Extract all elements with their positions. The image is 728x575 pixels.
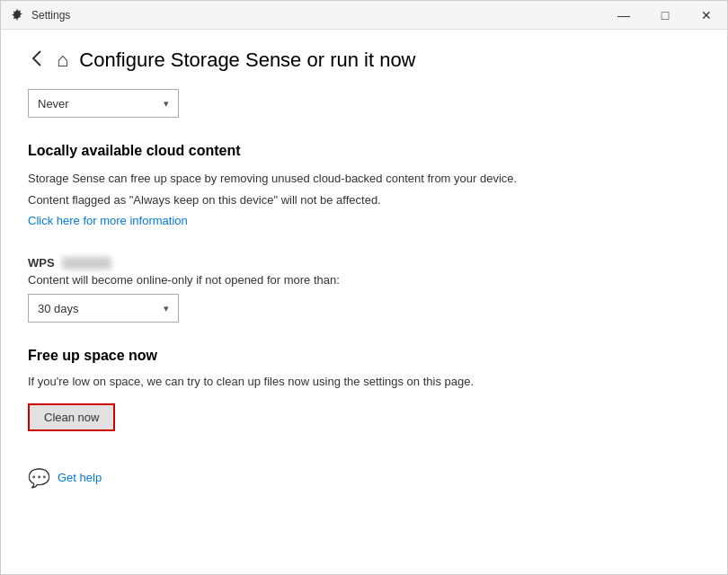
- close-button[interactable]: ✕: [686, 1, 727, 30]
- days-value: 30 days: [38, 302, 79, 315]
- maximize-button[interactable]: □: [644, 1, 686, 30]
- get-help-link[interactable]: Get help: [58, 471, 102, 484]
- free-space-title: Free up space now: [28, 348, 700, 364]
- title-bar-controls: — □ ✕: [603, 1, 727, 30]
- wps-label: WPS: [28, 256, 55, 270]
- free-space-desc: If you're low on space, we can try to cl…: [28, 373, 700, 391]
- run-frequency-dropdown[interactable]: Never ▾: [28, 89, 179, 118]
- run-frequency-value: Never: [38, 97, 69, 111]
- content-area: ⌂ Configure Storage Sense or run it now …: [1, 30, 727, 574]
- days-dropdown[interactable]: 30 days ▾: [28, 294, 179, 323]
- content-online-label: Content will become online-only if not o…: [28, 273, 700, 287]
- days-arrow: ▾: [164, 303, 169, 314]
- cloud-section-title: Locally available cloud content: [28, 143, 700, 159]
- title-bar-left: Settings: [10, 8, 70, 22]
- settings-window: Settings — □ ✕ ⌂ Configure Storage Sense…: [0, 0, 728, 575]
- clean-now-button[interactable]: Clean now: [28, 403, 115, 431]
- free-space-section: Free up space now If you're low on space…: [28, 348, 700, 431]
- main-content: ⌂ Configure Storage Sense or run it now …: [1, 30, 727, 574]
- minimize-button[interactable]: —: [603, 1, 644, 30]
- nav-header: ⌂ Configure Storage Sense or run it now: [28, 48, 700, 73]
- wps-blurred-text: [62, 257, 111, 270]
- help-icon: 💬: [28, 467, 50, 489]
- wps-row: WPS: [28, 256, 700, 270]
- cloud-section-desc2: Content flagged as "Always keep on this …: [28, 191, 700, 209]
- more-info-link[interactable]: Click here for more information: [28, 214, 188, 227]
- page-title: Configure Storage Sense or run it now: [79, 49, 415, 72]
- run-frequency-arrow: ▾: [164, 98, 169, 110]
- footer: 💬 Get help: [28, 467, 700, 489]
- home-icon: ⌂: [57, 49, 68, 72]
- back-button[interactable]: [28, 48, 46, 73]
- cloud-content-section: Locally available cloud content Storage …: [28, 143, 700, 323]
- title-bar-title: Settings: [31, 9, 70, 22]
- title-bar: Settings — □ ✕: [1, 1, 727, 30]
- settings-window-icon: [10, 8, 24, 22]
- cloud-section-desc1: Storage Sense can free up space by remov…: [28, 170, 700, 188]
